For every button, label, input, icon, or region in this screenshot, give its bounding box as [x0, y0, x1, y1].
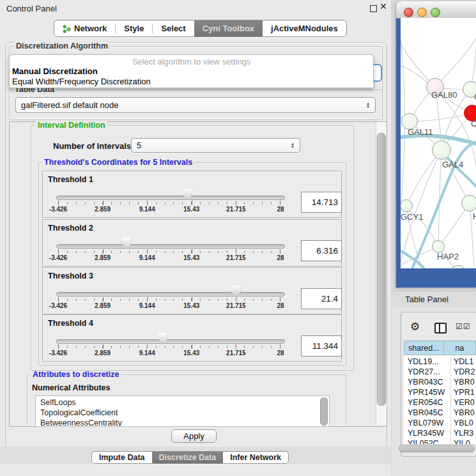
numerical-attributes-label: Numerical Attributes [32, 383, 110, 392]
tab-jactivemnodules[interactable]: jActiveMNodules [263, 20, 346, 36]
list-item[interactable]: TopologicalCoefficient [40, 408, 118, 417]
tab-impute-data[interactable]: Impute Data [92, 452, 152, 463]
node-label-gal11: GAL11 [408, 127, 433, 137]
table-header-row: shared... na [404, 341, 476, 355]
network-canvas[interactable]: GAL80 GA C GAL11 GAL4 GCY1 H HAP2 [401, 18, 476, 268]
tab-jactivemnodules-label: jActiveMNodules [271, 24, 338, 33]
tab-network-label: Network [74, 24, 107, 33]
threshold-2-value-field[interactable]: 6.316 [301, 240, 342, 261]
combobox-stepper-icon: ▲▼ [361, 102, 370, 109]
slider-scale-labels: -3.426 2.859 9.144 15.43 21.715 28 [58, 206, 280, 213]
node-label-clipped: H [473, 211, 476, 221]
slider-ticks [58, 297, 280, 302]
node-gal4[interactable] [432, 141, 451, 160]
interval-definition-group-title: Interval Definition [36, 121, 107, 130]
slider-ticks [58, 201, 280, 205]
table-row[interactable]: YPR145WYPR1 [404, 388, 476, 398]
node-label-clipped: C [471, 119, 476, 128]
table-body[interactable]: YDL19...YDL1 YDR27...YDR2 YBR043CYBR0 YP… [404, 355, 476, 444]
dropdown-option-equal-width-frequency[interactable]: Equal Width/Frequency Discretization [12, 77, 151, 86]
tab-cyni-toolbox-label: Cyni Toolbox [203, 24, 254, 33]
checkbox-icons[interactable]: ☑☑ [456, 322, 471, 331]
threshold-2-slider-handle[interactable] [122, 238, 132, 249]
tab-cyni-toolbox[interactable]: Cyni Toolbox [194, 20, 263, 36]
threshold-1-value-field[interactable]: 14.713 [301, 192, 342, 213]
list-item[interactable]: SelfLoops [40, 398, 76, 407]
network-icon [63, 24, 71, 33]
tab-impute-data-label: Impute Data [99, 453, 145, 462]
column-header-name[interactable]: na [444, 341, 476, 355]
threshold-3-panel: Threshold 3 -3.426 2.859 9.144 15.43 21.… [42, 267, 342, 314]
algorithm-dropdown-popup: Select algorithm to view settings Manual… [9, 54, 374, 88]
minimize-traffic-light[interactable] [417, 8, 427, 17]
list-item[interactable]: BetweennessCentrality [40, 418, 122, 427]
columns-icon[interactable] [434, 323, 447, 334]
slider-scale-labels: -3.426 2.859 9.144 15.43 21.715 28 [58, 302, 280, 310]
threshold-1-panel: Threshold 1 -3.426 2.859 9.144 15.43 21.… [42, 171, 342, 218]
float-window-icon[interactable] [370, 5, 377, 12]
threshold-3-slider-handle[interactable] [231, 286, 241, 296]
tab-discretize-data[interactable]: Discretize Data [152, 452, 224, 463]
table-row[interactable]: YDR27...YDR2 [404, 367, 476, 378]
close-traffic-light[interactable] [404, 8, 413, 17]
slider-ticks [58, 249, 280, 254]
table-row[interactable]: YBL079WYBL0 [404, 418, 476, 429]
threshold-1-slider-handle[interactable] [183, 189, 192, 200]
combobox-stepper-icon: ▲▼ [286, 142, 295, 149]
tab-discretize-data-label: Discretize Data [159, 453, 217, 462]
slider-scale-labels: -3.426 2.859 9.144 15.43 21.715 28 [58, 349, 280, 357]
node-label-gcy1: GCY1 [401, 212, 423, 222]
table-row[interactable]: YER054CYER0 [404, 398, 476, 408]
app-root: Control Panel ✕ Network Style Select Cyn… [0, 0, 476, 476]
node-label-hap2: HAP2 [437, 252, 459, 261]
numerical-attributes-list[interactable]: SelfLoops TopologicalCoefficient Between… [35, 395, 330, 427]
apply-button[interactable]: Apply [171, 429, 217, 443]
table-panel-title: Table Panel [405, 295, 449, 304]
tab-style[interactable]: Style [116, 20, 152, 36]
tab-select-label: Select [161, 24, 185, 33]
tab-infer-network-label: Infer Network [230, 453, 281, 462]
table-row[interactable]: YIL052CYIL0 [404, 439, 476, 444]
node-label-gal4: GAL4 [442, 160, 463, 169]
slider-ticks [58, 344, 280, 349]
threshold-2-label: Threshold 2 [48, 224, 93, 233]
threshold-1-label: Threshold 1 [48, 175, 93, 184]
tab-style-label: Style [124, 24, 144, 33]
table-row[interactable]: YBR043CYBR0 [404, 378, 476, 388]
number-of-intervals-value: 5 [137, 141, 141, 150]
tab-network[interactable]: Network [54, 20, 115, 36]
threshold-4-slider-handle[interactable] [158, 333, 168, 344]
gear-icon[interactable]: ⚙ [410, 320, 420, 334]
node-gcy1[interactable] [401, 199, 413, 212]
control-panel-tabbar: Network Style Select Cyni Toolbox jActiv… [54, 20, 347, 37]
threshold-4-label: Threshold 4 [48, 319, 93, 328]
threshold-4-value-field[interactable]: 11.344 [301, 335, 342, 357]
table-row[interactable]: YBR045CYBR0 [404, 408, 476, 418]
column-header-shared[interactable]: shared... [404, 341, 444, 355]
node-hap2[interactable] [432, 240, 445, 253]
zoom-traffic-light[interactable] [431, 8, 440, 17]
close-icon[interactable]: ✕ [380, 1, 387, 12]
dropdown-option-manual-discretization[interactable]: Manual Discretization [12, 66, 98, 76]
threshold-4-panel: Threshold 4 -3.426 2.859 9.144 15.43 21.… [42, 314, 342, 362]
slider-scale-labels: -3.426 2.859 9.144 15.43 21.715 28 [58, 254, 280, 262]
list-scrollbar-thumb[interactable] [320, 397, 328, 426]
number-of-intervals-label: Number of Intervals [53, 141, 131, 151]
number-of-intervals-combobox[interactable]: 5 ▲▼ [131, 138, 300, 153]
vertical-scrollbar-thumb[interactable] [377, 133, 386, 406]
threshold-3-value-field[interactable]: 21.4 [301, 288, 342, 309]
tab-infer-network[interactable]: Infer Network [223, 452, 288, 463]
network-window-titlebar[interactable] [396, 1, 476, 19]
attributes-group-title: Attributes to discretize [31, 371, 121, 379]
control-panel-title: Control Panel [6, 4, 57, 13]
table-row[interactable]: YDL19...YDL1 [404, 357, 476, 367]
node-label-gal80: GAL80 [431, 90, 457, 100]
threshold-3-label: Threshold 3 [48, 272, 93, 280]
thresholds-group-title: Threshold's Coordinates for 5 Intervals [42, 158, 194, 167]
table-row[interactable]: YLR345WYLR3 [404, 429, 476, 439]
node-h[interactable] [461, 195, 476, 211]
discretization-algorithm-group-title: Discretization Algorithm [14, 42, 110, 50]
horizontal-scrollbar-thumb[interactable] [399, 445, 475, 452]
table-data-combobox[interactable]: galFiltered.sif default node ▲▼ [15, 97, 376, 113]
tab-select[interactable]: Select [153, 20, 194, 36]
